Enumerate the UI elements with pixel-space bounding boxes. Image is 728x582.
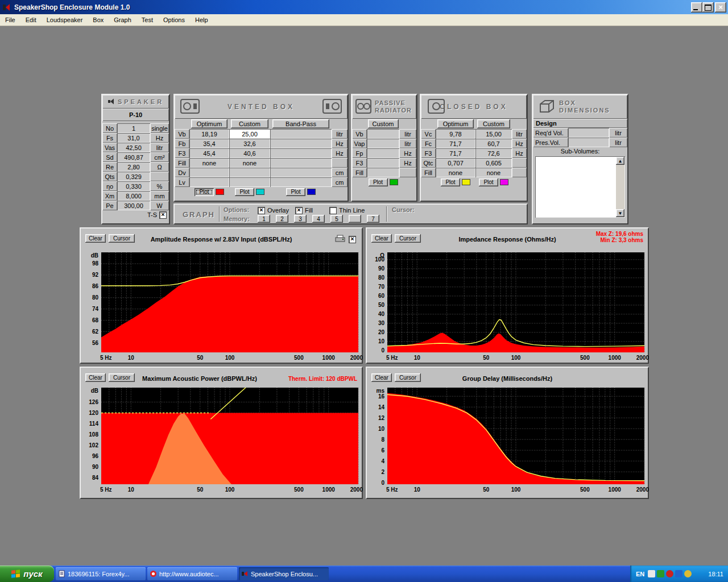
closed-custom-button[interactable]: Custom	[477, 119, 510, 128]
memory-button-6[interactable]	[349, 215, 361, 223]
param-value-optimum[interactable]: 45,4	[189, 148, 229, 158]
taskbar-task-2[interactable]: http://www.audiotec...	[147, 567, 237, 580]
param-value-custom[interactable]: 32,6	[229, 139, 270, 148]
memory-button-4[interactable]: 4	[312, 215, 325, 223]
memory-button-1[interactable]: 1	[258, 215, 270, 223]
param-value[interactable]: 1	[117, 123, 150, 133]
scroll-up-icon[interactable]: ▲	[616, 157, 624, 165]
menu-item-options[interactable]: Options	[158, 15, 190, 25]
param-value[interactable]	[568, 138, 609, 147]
plot-vented-bandpass-button[interactable]: Plot	[286, 188, 305, 196]
param-value-custom[interactable]: 72,6	[475, 148, 512, 158]
menu-item-help[interactable]: Help	[190, 15, 213, 25]
thin-line-checkbox[interactable]	[329, 207, 337, 214]
param-value-optimum[interactable]: none	[189, 158, 229, 168]
power-plot[interactable]: dB8490961021081141201265 Hz1050100500100…	[83, 384, 364, 499]
speaker-name[interactable]: P-10	[102, 109, 169, 121]
param-value-custom[interactable]: 60,7	[475, 139, 512, 148]
param-value[interactable]	[367, 129, 399, 139]
start-button[interactable]: пуск	[0, 566, 54, 582]
maximize-button[interactable]	[702, 2, 714, 13]
param-value-optimum[interactable]: 0,707	[436, 158, 475, 168]
param-value-custom[interactable]: 25,00	[229, 129, 270, 139]
param-value-optimum[interactable]: 9,78	[436, 129, 475, 139]
param-value-optimum[interactable]	[189, 177, 229, 187]
passive-custom-button[interactable]: Custom	[368, 119, 399, 128]
print-icon[interactable]	[334, 235, 346, 244]
param-value-bandpass[interactable]	[270, 158, 332, 168]
power-clear-button[interactable]: Clear	[85, 373, 106, 382]
ts-checkbox[interactable]	[159, 211, 167, 219]
param-value-custom[interactable]: 40,6	[229, 148, 270, 158]
tray-icon-keyboard[interactable]	[648, 570, 655, 577]
vented-bandpass-button[interactable]: Band-Pass	[272, 119, 329, 128]
memory-button-5[interactable]: 5	[330, 215, 343, 223]
minimize-button[interactable]	[691, 2, 702, 13]
plot-vented-optimum-button[interactable]: Plot	[195, 188, 214, 196]
plot-vented-custom-button[interactable]: Plot	[235, 188, 254, 196]
menu-item-box[interactable]: Box	[88, 15, 109, 25]
amplitude-plot[interactable]: dB56626874808692985 Hz105010050010002000	[83, 249, 364, 367]
param-value[interactable]: 8,000	[117, 191, 150, 201]
param-value-optimum[interactable]	[189, 168, 229, 177]
impedance-plot[interactable]: Ω01020304050607080901005 Hz1050100500100…	[369, 249, 650, 367]
tray-icon-blue[interactable]	[675, 570, 682, 577]
param-value-bandpass[interactable]	[270, 168, 332, 177]
tray-icon-red[interactable]	[666, 570, 673, 577]
param-value-custom[interactable]	[229, 168, 270, 177]
language-indicator[interactable]: EN	[636, 571, 644, 577]
fill-checkbox[interactable]	[295, 207, 303, 214]
tray-icon-green[interactable]	[657, 570, 664, 577]
menu-item-graph[interactable]: Graph	[109, 15, 136, 25]
scroll-down-icon[interactable]: ▼	[616, 209, 624, 217]
param-value[interactable]: 300,00	[117, 201, 150, 210]
param-value-custom[interactable]: none	[475, 168, 512, 177]
memory-button-7[interactable]: 7	[367, 215, 379, 223]
param-value[interactable]: 490,87	[117, 152, 150, 162]
listbox-scrollbar[interactable]: ▲ ▼	[616, 157, 624, 217]
param-value[interactable]: 0,330	[117, 181, 150, 191]
param-value[interactable]: 0,329	[117, 172, 150, 181]
param-value-custom[interactable]: 0,605	[475, 158, 512, 168]
param-value-custom[interactable]: 15,00	[475, 129, 512, 139]
param-value[interactable]	[367, 139, 399, 148]
param-value-optimum[interactable]: 71,7	[436, 139, 475, 148]
plot-passive-button[interactable]: Plot	[369, 178, 388, 186]
menu-item-file[interactable]: File	[0, 15, 20, 25]
taskbar-task-1[interactable]: 183696115: Forex4y...	[56, 567, 146, 580]
plot-closed-optimum-button[interactable]: Plot	[441, 178, 460, 186]
power-cursor-button[interactable]: Cursor	[109, 373, 135, 382]
param-value[interactable]: 2,80	[117, 162, 150, 172]
vented-custom-button[interactable]: Custom	[231, 119, 268, 128]
close-button[interactable]	[715, 2, 726, 13]
sub-volumes-listbox[interactable]: ▲ ▼	[535, 156, 625, 218]
param-value-optimum[interactable]: 71,7	[436, 148, 475, 158]
taskbar-task-3[interactable]: SpeakerShop Enclosu...	[239, 567, 329, 580]
vented-optimum-button[interactable]: Optimum	[191, 119, 228, 128]
param-value[interactable]	[367, 158, 399, 168]
param-value-bandpass[interactable]	[270, 177, 332, 187]
memory-button-2[interactable]: 2	[276, 215, 288, 223]
design-button[interactable]: Design	[533, 119, 627, 128]
menu-item-loudspeaker[interactable]: Loudspeaker	[42, 15, 88, 25]
param-value-optimum[interactable]: 18,19	[189, 129, 229, 139]
menu-item-test[interactable]: Test	[136, 15, 158, 25]
amplitude-print-checkbox[interactable]	[349, 236, 356, 243]
param-value-custom[interactable]: none	[229, 158, 270, 168]
param-value-bandpass[interactable]	[270, 148, 332, 158]
param-value[interactable]: 42,50	[117, 143, 150, 152]
param-value[interactable]: 31,0	[117, 133, 150, 143]
delay-plot[interactable]: ms02468101214165 Hz105010050010002000	[369, 384, 650, 499]
app-icon[interactable]	[2, 3, 11, 12]
plot-closed-custom-button[interactable]: Plot	[479, 178, 498, 186]
param-value[interactable]	[367, 168, 399, 177]
param-value-optimum[interactable]: none	[436, 168, 475, 177]
param-value-custom[interactable]	[229, 177, 270, 187]
param-value[interactable]	[568, 128, 609, 138]
param-value-bandpass[interactable]	[270, 129, 332, 139]
memory-button-3[interactable]: 3	[294, 215, 307, 223]
menu-item-edit[interactable]: Edit	[20, 15, 42, 25]
tray-icon-yellow[interactable]	[684, 570, 692, 577]
param-value-optimum[interactable]: 35,4	[189, 139, 229, 148]
param-value-bandpass[interactable]	[270, 139, 332, 148]
